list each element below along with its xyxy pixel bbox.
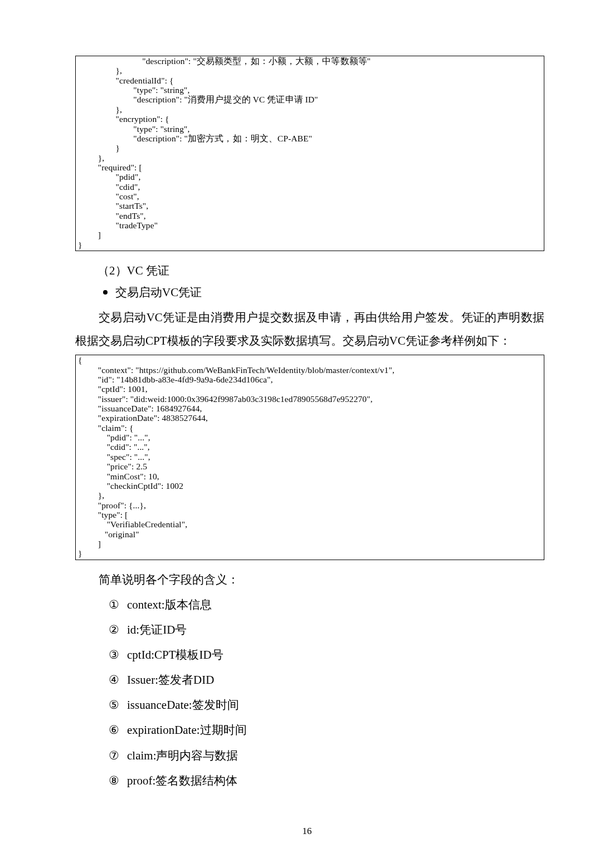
circle-number-icon: ⑤ [109,693,119,718]
list-item-text: claim:声明内容与数据 [127,743,238,768]
code-block-1: "description": "交易额类型，如：小额，大额，中等数额等" }, … [75,56,544,251]
list-item-text: context:版本信息 [127,592,212,617]
section-number-2: （2）VC 凭证 [98,259,544,282]
numbered-list: ① context:版本信息 ② id:凭证ID号 ③ cptId:CPT模板I… [109,592,544,793]
list-item: ④ Issuer:签发者DID [109,668,544,693]
circle-number-icon: ⑦ [109,743,119,768]
list-item-text: id:凭证ID号 [127,617,187,643]
circle-number-icon: ④ [109,668,119,693]
list-item-text: cptId:CPT模板ID号 [127,643,223,668]
bullet-text: 交易启动VC凭证 [115,285,202,300]
circle-number-icon: ⑥ [109,718,119,743]
circle-number-icon: ① [109,592,119,617]
circle-number-icon: ③ [109,643,119,668]
code-content-2: { "context": "https://github.com/WeBankF… [76,355,544,558]
circle-number-icon: ② [109,617,119,643]
list-item: ② id:凭证ID号 [109,617,544,643]
list-item: ⑥ expirationDate:过期时间 [109,718,544,743]
bullet-icon [103,290,108,295]
code-content-1: "description": "交易额类型，如：小额，大额，中等数额等" }, … [76,56,544,249]
page-number: 16 [0,826,614,837]
list-item: ⑤ issuanceDate:签发时间 [109,693,544,718]
circle-number-icon: ⑧ [109,768,119,793]
list-item: ① context:版本信息 [109,592,544,617]
list-item-text: expirationDate:过期时间 [127,718,247,743]
list-item: ⑧ proof:签名数据结构体 [109,768,544,793]
bullet-item-1: 交易启动VC凭证 [103,285,544,300]
code-block-2: { "context": "https://github.com/WeBankF… [75,355,544,560]
list-item: ③ cptId:CPT模板ID号 [109,643,544,668]
explain-heading: 简单说明各个字段的含义： [75,568,544,591]
list-item-text: proof:签名数据结构体 [127,768,237,793]
list-item-text: Issuer:签发者DID [127,668,214,693]
list-item-text: issuanceDate:签发时间 [127,693,239,718]
list-item: ⑦ claim:声明内容与数据 [109,743,544,768]
paragraph-1: 交易启动VC凭证是由消费用户提交数据及申请，再由供给用户签发。凭证的声明数据根据… [75,306,544,352]
